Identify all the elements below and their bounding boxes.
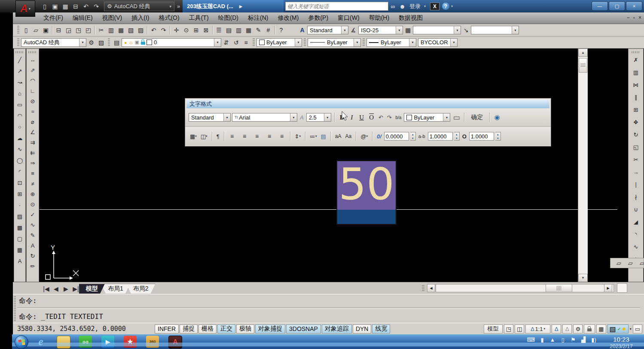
redo-icon[interactable]: ↷ (159, 25, 168, 35)
offset-icon[interactable]: ∥ (631, 92, 641, 102)
save-as-icon[interactable]: ▦ (60, 2, 70, 11)
aligned-dimension-icon[interactable]: ⇗ (27, 65, 38, 75)
align-right-icon[interactable]: ≡ (252, 132, 262, 141)
toolbar-lock-icon[interactable] (584, 325, 595, 334)
color-dropdown[interactable]: ByLayer▾ (256, 38, 302, 47)
command-input-line[interactable]: 命令: _TEDIT TEXTEDIT (19, 312, 103, 321)
publish-icon[interactable]: ◳ (73, 25, 83, 35)
horizontal-scrollbar[interactable] (436, 284, 614, 292)
lineweight-dropdown[interactable]: ByLayer▾ (366, 38, 416, 47)
toolbar-overflow-chevron[interactable]: » (177, 3, 180, 9)
array-icon[interactable]: ⊞ (631, 105, 641, 115)
keyboard-icon[interactable]: ⌨ (527, 337, 535, 343)
lowercase-button[interactable]: Aa (344, 132, 353, 141)
text-style-icon[interactable]: A (297, 25, 307, 35)
erase-icon[interactable]: ✗ (631, 55, 641, 65)
application-menu-button[interactable]: A ▾ (15, 0, 35, 17)
annotation-scale-dropdown[interactable]: ∆ 1:1 ▾ (525, 325, 550, 334)
spline-icon[interactable]: ∿ (15, 144, 25, 154)
plot-icon[interactable]: ⊟ (54, 25, 64, 35)
redo-button[interactable]: ↷ (386, 113, 393, 122)
mtext-value[interactable]: 50 (337, 159, 396, 209)
continue-icon[interactable]: ⇒ (27, 158, 38, 168)
rotate-icon[interactable]: ↻ (631, 130, 641, 140)
uppercase-button[interactable]: aA (334, 132, 343, 141)
tracking-spinner[interactable]: ▲▼ (454, 132, 460, 141)
dimension-space-icon[interactable]: ≡ (27, 168, 38, 178)
trim-icon[interactable]: ✂ (631, 155, 641, 165)
usb-icon[interactable]: ▮ (539, 337, 545, 343)
dialog-title[interactable]: 文字格式 (186, 100, 549, 108)
volume-icon[interactable]: ▮) (591, 337, 597, 343)
action-center-flag-icon[interactable]: ⚑ (570, 337, 576, 343)
break-at-point-icon[interactable]: ∣ (631, 180, 641, 190)
workspace-dropdown[interactable]: ⚙ AutoCAD 经典 ▾ (104, 2, 174, 11)
toolbar-grip[interactable] (17, 38, 19, 47)
tool-palettes-icon[interactable]: ▥ (234, 25, 244, 35)
multiline-text-icon[interactable]: A (15, 256, 25, 266)
horizontal-scroll-thumb[interactable] (546, 284, 572, 292)
paste-icon[interactable]: ▦ (116, 25, 126, 35)
toolbar-grip[interactable] (15, 51, 24, 53)
blend-icon[interactable]: ∿ (631, 242, 641, 252)
align-justify-icon[interactable]: ≡ (265, 132, 275, 141)
dialog-style-dropdown[interactable]: Standard▾ (189, 113, 231, 122)
align-center-icon[interactable]: ≡ (240, 132, 250, 141)
revision-cloud-icon[interactable]: ☁ (15, 133, 25, 143)
mtext-justification-button[interactable]: ◫▾ (199, 132, 209, 141)
menu-window[interactable]: 窗口(W) (333, 12, 364, 24)
insert-field-button[interactable]: ▤ (320, 132, 327, 141)
ungroup-icon[interactable]: ▱ (626, 258, 635, 268)
doc-close-button[interactable]: × (638, 15, 641, 21)
jogged-linear-icon[interactable]: ∿ (27, 220, 38, 230)
oblique-spinner[interactable]: ▲▼ (410, 132, 416, 141)
italic-button[interactable]: I (348, 113, 356, 122)
hardware-acceleration-icon[interactable]: ▦ (596, 325, 606, 334)
line-spacing-button[interactable]: ⇕▾ (293, 132, 302, 141)
autocad-taskbar-icon[interactable]: A (168, 336, 182, 349)
insert-block-icon[interactable]: ⊡ (15, 178, 25, 188)
zoom-realtime-icon[interactable]: ⊙ (181, 25, 191, 35)
menu-modify[interactable]: 修改(M) (273, 12, 303, 24)
region-icon[interactable]: ▢ (15, 234, 25, 244)
group-edit-icon[interactable]: ▱ (637, 258, 644, 268)
menu-parametric[interactable]: 参数(P) (303, 12, 333, 24)
toggle-lineweight[interactable]: 线宽 (372, 325, 390, 334)
linetype-dropdown[interactable]: ByLayer▾ (308, 38, 361, 47)
workspace-toolbar-dropdown[interactable]: AutoCAD 经典▾ (21, 38, 86, 47)
status-menu-chevron[interactable]: ▾ (630, 327, 632, 331)
make-object-layer-current-icon[interactable]: ⇵ (221, 38, 231, 47)
search-input[interactable] (285, 2, 388, 11)
doc-restore-button[interactable]: ▫ (633, 15, 635, 21)
pan-icon[interactable]: ✛ (171, 25, 181, 35)
table-icon[interactable]: ▦ (15, 245, 25, 255)
toggle-ortho[interactable]: 正交 (217, 325, 235, 334)
workspace-settings-gear-icon[interactable]: ⚙ (86, 38, 96, 47)
text-style-dropdown[interactable]: Standard▾ (307, 26, 348, 34)
ok-button[interactable]: 确定 (467, 113, 486, 122)
menu-format[interactable]: 格式(O) (154, 12, 184, 24)
layer-plot-icon[interactable]: ▣ (135, 40, 139, 45)
symbol-button[interactable]: @▾ (359, 132, 369, 141)
help-icon[interactable]: ? (442, 3, 449, 10)
dimension-update-icon[interactable]: ↻ (27, 251, 38, 261)
vertical-scroll-thumb[interactable] (579, 58, 587, 73)
show-hidden-icons[interactable]: ▲ (549, 337, 555, 343)
menu-dataview[interactable]: 数据视图 (394, 12, 427, 24)
multileader-style-icon[interactable]: ↘ (461, 25, 471, 35)
table-style-dropdown[interactable]: ▾ (413, 26, 461, 34)
toolbar-grip[interactable] (108, 38, 110, 47)
dialog-color-dropdown[interactable]: ByLayer▾ (404, 113, 450, 122)
annotative-icon[interactable]: A (299, 113, 305, 122)
match-properties-icon[interactable]: ▨ (136, 25, 146, 35)
dim-style-dropdown[interactable]: ISO-25▾ (358, 26, 403, 34)
vertical-scrollbar[interactable]: ▲ ▼ (578, 49, 588, 282)
cut-icon[interactable]: ✂ (96, 25, 106, 35)
chamfer-icon[interactable]: ◢ (631, 217, 641, 227)
gradient-icon[interactable]: ▩ (15, 223, 25, 233)
dimension-edit-icon[interactable]: ✎ (27, 230, 38, 240)
toolbar-grip[interactable] (304, 38, 306, 47)
drawing-line[interactable] (40, 209, 617, 210)
plot-preview-icon[interactable]: ◲ (64, 25, 73, 35)
menu-edit[interactable]: 编辑(E) (68, 12, 98, 24)
